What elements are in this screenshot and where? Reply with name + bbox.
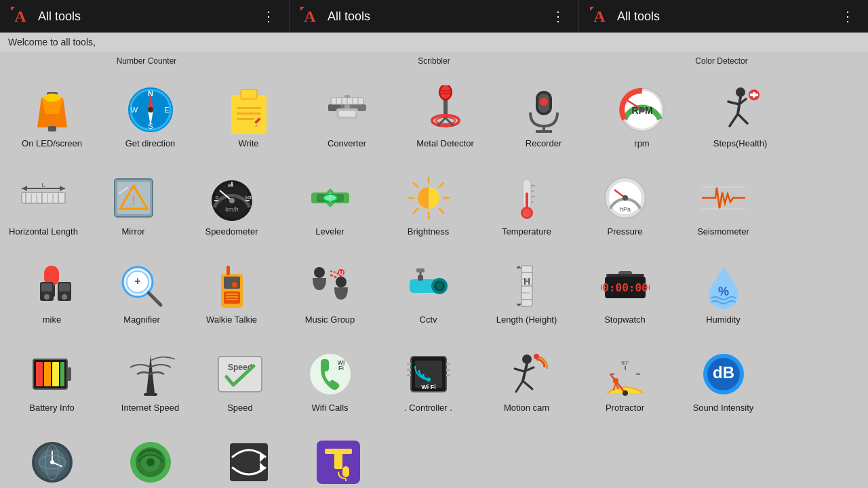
tool-converter[interactable]: Converter bbox=[298, 73, 396, 161]
tool-pressure[interactable]: hPa Pressure bbox=[576, 161, 674, 249]
tool-brightness[interactable]: Brightness bbox=[379, 161, 477, 249]
tool-motion-cam[interactable]: Motion cam bbox=[477, 338, 576, 426]
rpm-label: rpm bbox=[634, 138, 649, 149]
magnifier-label: Magnifier bbox=[123, 314, 159, 325]
text-to-speech-icon bbox=[314, 438, 363, 487]
svg-point-61 bbox=[736, 87, 745, 97]
tool-walkie-talkie[interactable]: Walkie Talkie bbox=[182, 249, 281, 338]
tool-mirror[interactable]: ! Mirror bbox=[84, 161, 182, 249]
top-bar-3: A All tools ⋮ bbox=[579, 0, 868, 33]
tool-cctv[interactable]: Cctv bbox=[379, 249, 477, 338]
leveler-icon bbox=[306, 174, 355, 222]
partial-number-counter: Number Counter bbox=[117, 56, 177, 66]
svg-rect-234 bbox=[334, 453, 342, 469]
music-group-label: Music Group bbox=[305, 314, 355, 325]
cctv-label: Cctv bbox=[420, 314, 437, 325]
svg-text:80: 80 bbox=[228, 183, 233, 188]
tool-length-height[interactable]: H Length (Height) bbox=[477, 249, 576, 338]
tool-get-direction[interactable]: N S W E Get direction bbox=[101, 73, 199, 161]
tool-recorder[interactable]: Recorder bbox=[494, 73, 593, 161]
svg-point-204 bbox=[534, 354, 539, 359]
svg-text:H: H bbox=[523, 276, 530, 287]
h-length-label: Horizontal Length bbox=[9, 226, 78, 237]
tool-random-digit[interactable]: Random digit bbox=[199, 426, 298, 488]
stopwatch-icon: 00:00:000 bbox=[601, 262, 650, 310]
sound-intensity-label: Sound Intensity bbox=[693, 403, 754, 413]
tool-music-group[interactable]: U Music Group bbox=[281, 249, 379, 338]
svg-rect-183 bbox=[218, 357, 262, 392]
controller-label: . Controller . bbox=[404, 403, 452, 413]
tool-speedometer[interactable]: 0 80 160 km/h Speedometer bbox=[182, 161, 281, 249]
seismometer-icon bbox=[699, 174, 748, 222]
tool-magnifier[interactable]: + Magnifier bbox=[101, 249, 182, 338]
svg-text:U: U bbox=[338, 270, 343, 277]
mirror-label: Mirror bbox=[122, 226, 145, 237]
tool-stopwatch[interactable]: 00:00:000 Stopwatch bbox=[576, 249, 674, 338]
tool-steps[interactable]: Steps(Health) bbox=[691, 73, 789, 161]
svg-point-124 bbox=[623, 195, 628, 201]
svg-rect-143 bbox=[226, 266, 230, 275]
tool-controller[interactable]: Wi Fi . Controller . bbox=[379, 338, 477, 426]
top-bar-2: A All tools ⋮ bbox=[290, 0, 579, 33]
svg-point-210 bbox=[623, 390, 628, 396]
tool-write[interactable]: Write bbox=[199, 73, 298, 161]
tool-wifi-calls[interactable]: Wi Fi Wifi Calls bbox=[281, 338, 379, 426]
svg-rect-28 bbox=[237, 118, 254, 120]
menu-dots-3[interactable]: ⋮ bbox=[835, 5, 860, 27]
svg-rect-35 bbox=[339, 111, 355, 117]
converter-label: Converter bbox=[328, 138, 366, 149]
svg-text:L: L bbox=[41, 182, 45, 188]
svg-rect-197 bbox=[446, 374, 450, 376]
svg-point-55 bbox=[540, 98, 548, 106]
speedometer-label: Speedometer bbox=[205, 226, 258, 237]
svg-marker-80 bbox=[60, 186, 65, 191]
tool-battery[interactable]: Battery Info bbox=[3, 338, 101, 426]
top-bar-title-3: All tools bbox=[617, 9, 835, 24]
tool-humidity[interactable]: % Humidity bbox=[674, 249, 772, 338]
tool-metal-detector[interactable]: Metal Detector bbox=[396, 73, 494, 161]
wifi-calls-label: Wifi Calls bbox=[311, 403, 348, 413]
tool-sound-intensity[interactable]: dB Sound Intensity bbox=[674, 338, 772, 426]
music-group-icon: U bbox=[306, 262, 355, 310]
svg-line-202 bbox=[516, 381, 523, 392]
tool-on-led[interactable]: On LED/screen bbox=[3, 73, 101, 161]
svg-line-111 bbox=[439, 183, 443, 187]
svg-line-140 bbox=[149, 293, 161, 305]
svg-point-22 bbox=[148, 107, 153, 113]
recorder-label: Recorder bbox=[526, 138, 561, 149]
brightness-icon bbox=[404, 174, 453, 222]
tool-mike[interactable]: mike bbox=[3, 249, 101, 338]
svg-rect-182 bbox=[144, 393, 157, 396]
svg-text:dB: dB bbox=[713, 363, 734, 382]
tool-sound-generator[interactable]: Sound Generator bbox=[101, 426, 199, 488]
walkie-talkie-icon bbox=[208, 262, 256, 310]
tool-internet-speed[interactable]: Internet Speed bbox=[101, 338, 199, 426]
mike-icon bbox=[28, 262, 77, 310]
protractor-label: Protractor bbox=[606, 403, 644, 413]
tool-altitude[interactable]: Altitude bbox=[3, 426, 101, 488]
converter-icon bbox=[323, 85, 372, 134]
tool-protractor[interactable]: 90° Protractor bbox=[576, 338, 674, 426]
svg-rect-178 bbox=[44, 362, 51, 386]
protractor-icon: 90° bbox=[601, 350, 650, 399]
svg-rect-142 bbox=[224, 277, 240, 289]
svg-point-96 bbox=[229, 198, 235, 203]
humidity-icon: % bbox=[699, 262, 748, 310]
menu-dots-2[interactable]: ⋮ bbox=[546, 5, 570, 27]
write-icon bbox=[224, 85, 273, 134]
tool-h-length[interactable]: L Horizontal Length bbox=[3, 161, 84, 249]
svg-text:A: A bbox=[14, 7, 26, 25]
tool-seismometer[interactable]: Seismometer bbox=[674, 161, 772, 249]
svg-point-60 bbox=[639, 107, 645, 113]
tool-speed2[interactable]: Speed Speed bbox=[199, 338, 281, 426]
menu-dots-1[interactable]: ⋮ bbox=[256, 5, 281, 27]
tool-leveler[interactable]: Leveler bbox=[281, 161, 379, 249]
tool-rpm[interactable]: RPM rpm bbox=[593, 73, 691, 161]
tool-temperature[interactable]: Temperature bbox=[477, 161, 576, 249]
svg-text:W: W bbox=[130, 106, 138, 114]
tool-text-to-speech[interactable]: Text to Speech bbox=[298, 426, 379, 488]
magnifier-icon: + bbox=[117, 262, 166, 310]
metal-detector-icon bbox=[421, 85, 470, 134]
top-bar-1: A All tools ⋮ bbox=[0, 0, 290, 33]
stopwatch-label: Stopwatch bbox=[604, 314, 646, 325]
